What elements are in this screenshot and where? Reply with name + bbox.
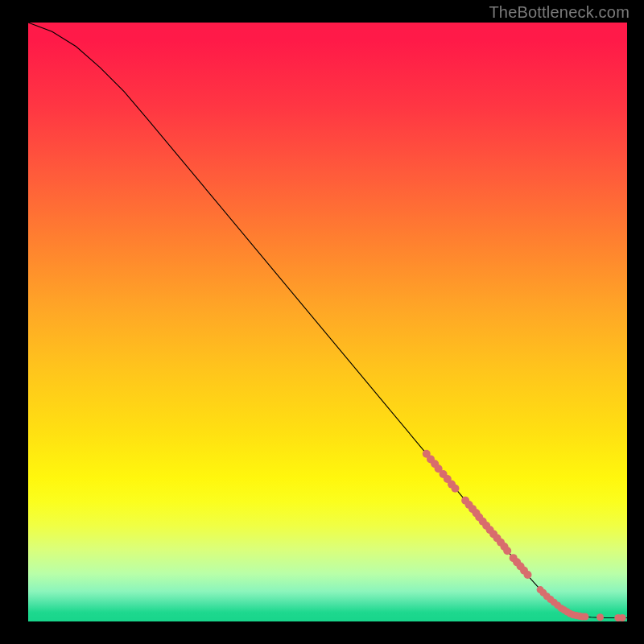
highlight-point — [581, 613, 588, 621]
highlight-point — [451, 485, 459, 493]
highlight-point — [619, 614, 626, 621]
attribution-text: TheBottleneck.com — [489, 3, 630, 22]
plot-svg — [28, 23, 627, 621]
highlight-point — [524, 571, 532, 579]
highlight-points-group — [423, 450, 626, 621]
bottleneck-curve — [28, 23, 627, 618]
highlight-point — [597, 613, 604, 621]
highlight-point — [503, 547, 511, 555]
